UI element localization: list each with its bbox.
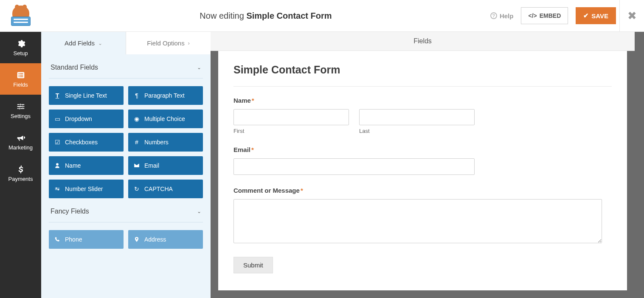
svg-point-8 bbox=[58, 189, 59, 191]
dropdown-icon: ▭ bbox=[54, 115, 61, 122]
right-gutter bbox=[635, 32, 644, 298]
close-button[interactable]: ✖ bbox=[619, 0, 644, 32]
section-fancy-fields[interactable]: Fancy Fields ⌄ bbox=[49, 198, 203, 222]
tab-label: Add Fields bbox=[65, 39, 95, 47]
field-row-message[interactable]: Comment or Message* bbox=[233, 187, 612, 245]
canvas-scroll[interactable]: Simple Contact Form Name* First Last bbox=[211, 51, 635, 298]
last-name-input[interactable] bbox=[359, 109, 475, 125]
field-numbers[interactable]: #Numbers bbox=[128, 133, 203, 152]
field-phone[interactable]: Phone bbox=[49, 230, 124, 249]
field-label: Paragraph Text bbox=[144, 92, 185, 99]
nav-label: Payments bbox=[8, 176, 33, 182]
pin-icon bbox=[133, 236, 140, 242]
first-name-input[interactable] bbox=[233, 109, 349, 125]
sidebar-nav: Setup Fields Settings Marketing Payments bbox=[0, 32, 41, 298]
field-label: Dropdown bbox=[65, 115, 92, 122]
field-label: Phone bbox=[65, 236, 82, 243]
field-label: Email* bbox=[233, 146, 612, 153]
standard-fields-grid: TSingle Line Text ¶Paragraph Text ▭Dropd… bbox=[49, 79, 203, 198]
tab-add-fields[interactable]: Add Fields ⌄ bbox=[41, 32, 126, 54]
field-label: Numbers bbox=[144, 139, 169, 146]
required-marker: * bbox=[301, 187, 303, 194]
nav-settings[interactable]: Settings bbox=[0, 95, 41, 126]
field-paragraph-text[interactable]: ¶Paragraph Text bbox=[128, 86, 203, 105]
field-label: Address bbox=[144, 236, 166, 243]
field-label: Email bbox=[144, 162, 159, 169]
code-icon: </> bbox=[528, 12, 537, 19]
nav-payments[interactable]: Payments bbox=[0, 157, 41, 189]
field-name[interactable]: Name bbox=[49, 156, 124, 175]
check-icon: ✔ bbox=[583, 12, 589, 20]
nav-label: Setup bbox=[14, 50, 28, 56]
list-icon bbox=[16, 70, 25, 80]
form-canvas: Simple Contact Form Name* First Last bbox=[218, 51, 627, 290]
chevron-down-icon: ⌄ bbox=[197, 65, 201, 70]
form-name: Simple Contact Form bbox=[246, 11, 332, 20]
wpforms-logo-icon bbox=[9, 6, 33, 26]
embed-button[interactable]: </> EMBED bbox=[521, 7, 568, 24]
check-icon: ☑ bbox=[54, 139, 61, 146]
nav-setup[interactable]: Setup bbox=[0, 32, 41, 63]
help-link[interactable]: ? Help bbox=[490, 12, 514, 20]
field-label: Name* bbox=[233, 97, 612, 104]
field-label: Name bbox=[65, 162, 81, 169]
svg-rect-6 bbox=[20, 76, 23, 77]
recaptcha-icon: ↻ bbox=[133, 186, 140, 192]
nav-marketing[interactable]: Marketing bbox=[0, 126, 41, 157]
section-title: Fancy Fields bbox=[51, 208, 89, 215]
field-address[interactable]: Address bbox=[128, 230, 203, 249]
help-label: Help bbox=[500, 12, 514, 20]
field-number-slider[interactable]: Number Slider bbox=[49, 180, 124, 198]
editing-title: Now editing Simple Contact Form bbox=[41, 11, 490, 21]
field-row-email[interactable]: Email* bbox=[233, 146, 612, 175]
field-label: Comment or Message* bbox=[233, 187, 612, 194]
embed-label: EMBED bbox=[540, 12, 561, 19]
email-input[interactable] bbox=[233, 158, 475, 175]
submit-button[interactable]: Submit bbox=[233, 257, 273, 273]
main-area: Setup Fields Settings Marketing Payments… bbox=[0, 32, 644, 298]
phone-icon bbox=[54, 236, 61, 242]
form-title[interactable]: Simple Contact Form bbox=[233, 64, 612, 87]
label-text: Comment or Message bbox=[233, 187, 300, 194]
section-standard-fields[interactable]: Standard Fields ⌄ bbox=[49, 54, 203, 79]
message-textarea[interactable] bbox=[233, 199, 602, 243]
field-row-name[interactable]: Name* First Last bbox=[233, 97, 612, 134]
field-label: Checkboxes bbox=[65, 139, 98, 146]
nav-label: Fields bbox=[13, 82, 28, 88]
tab-label: Field Options bbox=[147, 39, 184, 47]
field-email[interactable]: Email bbox=[128, 156, 203, 175]
field-label: CAPTCHA bbox=[144, 186, 173, 192]
radio-icon: ◉ bbox=[133, 115, 140, 122]
chevron-down-icon: ⌄ bbox=[98, 40, 102, 46]
field-captcha[interactable]: ↻CAPTCHA bbox=[128, 180, 203, 198]
field-panel: Add Fields ⌄ Field Options › Standard Fi… bbox=[41, 32, 211, 298]
text-icon: T bbox=[54, 92, 61, 99]
close-icon: ✖ bbox=[627, 9, 637, 22]
first-sublabel: First bbox=[233, 128, 349, 134]
hash-icon: # bbox=[133, 139, 140, 146]
user-icon bbox=[54, 163, 61, 169]
paragraph-icon: ¶ bbox=[133, 92, 140, 99]
tab-field-options[interactable]: Field Options › bbox=[126, 32, 211, 54]
svg-rect-4 bbox=[20, 75, 23, 76]
bullhorn-icon bbox=[16, 133, 25, 143]
sliders-icon bbox=[16, 102, 25, 111]
envelope-icon bbox=[133, 163, 140, 169]
save-label: SAVE bbox=[591, 12, 608, 20]
nav-fields[interactable]: Fields bbox=[0, 63, 41, 95]
logo bbox=[0, 6, 41, 26]
field-single-line-text[interactable]: TSingle Line Text bbox=[49, 86, 124, 105]
panel-body: Standard Fields ⌄ TSingle Line Text ¶Par… bbox=[41, 54, 211, 298]
field-checkboxes[interactable]: ☑Checkboxes bbox=[49, 133, 124, 152]
required-marker: * bbox=[252, 97, 254, 104]
required-marker: * bbox=[251, 146, 254, 153]
field-dropdown[interactable]: ▭Dropdown bbox=[49, 110, 124, 128]
svg-rect-3 bbox=[18, 75, 20, 76]
chevron-down-icon: ⌄ bbox=[197, 208, 201, 214]
field-multiple-choice[interactable]: ◉Multiple Choice bbox=[128, 110, 203, 128]
field-label: Single Line Text bbox=[65, 92, 107, 99]
label-text: Name bbox=[233, 97, 251, 104]
svg-rect-2 bbox=[20, 73, 23, 74]
save-button[interactable]: ✔ SAVE bbox=[576, 7, 616, 24]
fancy-fields-grid: Phone Address bbox=[49, 222, 203, 249]
